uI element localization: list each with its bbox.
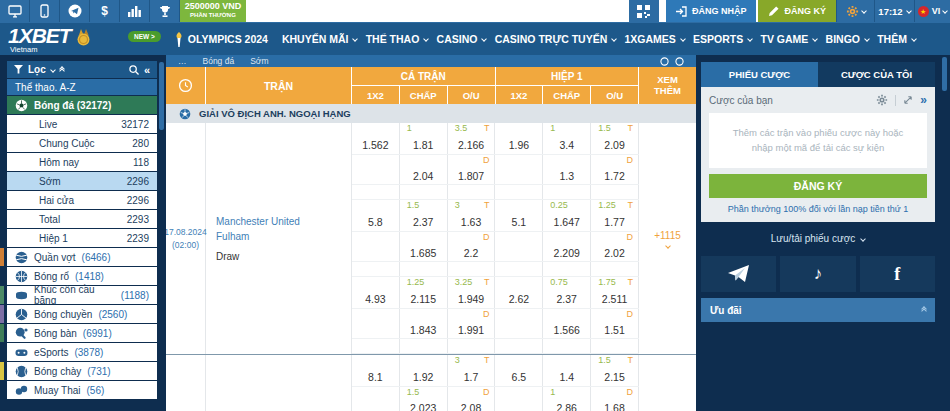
search-icon[interactable] <box>129 65 139 75</box>
qr-code-icon[interactable] <box>629 0 659 22</box>
sidebar-filter-chung-cuoc[interactable]: Chung Cuộc280 <box>7 134 157 152</box>
odds-cell[interactable]: 1.3 <box>543 155 591 184</box>
dollar-icon[interactable]: $ <box>90 0 120 22</box>
nav-item-1xgames[interactable]: 1XGAMES <box>624 33 684 45</box>
sidebar-item-khuc-con-cau-bang[interactable]: Khúc côn cầu băng(1188) <box>7 286 157 304</box>
odds-cell[interactable]: D2.02 <box>591 232 639 261</box>
telegram-link[interactable] <box>701 256 776 292</box>
sidebar-item-bong-ban[interactable]: Bóng bàn(6991) <box>7 324 157 342</box>
page-scrollbar[interactable] <box>935 55 950 411</box>
odds-cell[interactable]: 1.5T2.15 <box>591 355 639 386</box>
filter-label[interactable]: Lọc <box>28 64 46 75</box>
odds-cell[interactable]: 3T1.7 <box>448 355 496 386</box>
breadcrumb-item[interactable]: Sớm <box>250 56 268 66</box>
desktop-icon[interactable] <box>0 0 30 22</box>
language-selector[interactable]: ★ VI <box>914 0 950 22</box>
trophy-icon[interactable] <box>150 0 180 22</box>
odds-cell[interactable]: D2.08 <box>448 387 496 411</box>
breadcrumb-action-icon[interactable] <box>675 57 684 66</box>
nav-item-olympics[interactable]: OLYMPICS 2024 <box>175 32 268 47</box>
save-load-betslip-link[interactable]: Lưu/tải phiếu cược <box>701 233 935 244</box>
sidebar-filter-som[interactable]: Sớm2296 <box>7 172 157 190</box>
odds-cell[interactable]: 2.04 <box>400 155 448 184</box>
betslip-tab-phieu-cuoc[interactable]: PHIẾU CƯỢC <box>701 62 818 87</box>
sidebar-filter-total[interactable]: Total2293 <box>7 210 157 228</box>
sidebar-item-muay-thai[interactable]: Muay Thai(56) <box>7 381 157 399</box>
odds-cell[interactable]: D1.807 <box>448 155 496 184</box>
odds-cell[interactable]: 2.209 <box>543 232 591 261</box>
time-display[interactable]: 17:12 <box>874 0 914 22</box>
nav-item-casino-truc-tuyen[interactable]: CASINO TRỰC TUYẾN <box>495 33 617 45</box>
odds-cell[interactable]: D1.68 <box>591 387 639 411</box>
collapse-panel-icon[interactable]: » <box>920 94 927 106</box>
scrollbar-thumb[interactable] <box>159 62 164 130</box>
tiktok-link[interactable]: ♪ <box>780 256 855 292</box>
mobile-icon[interactable] <box>30 0 60 22</box>
betslip-tab-cuoc-cua-toi[interactable]: CƯỢC CỦA TÔI <box>818 62 935 87</box>
bonus-badge[interactable]: 2500000 VND PHẦN THƯỞNG <box>180 0 246 22</box>
odds-cell[interactable]: D2.2 <box>448 232 496 261</box>
odds-cell[interactable]: 6.5 <box>495 355 543 386</box>
odds-cell[interactable]: 1.4 <box>543 355 591 386</box>
odds-cell[interactable]: 5.1 <box>495 200 543 231</box>
odds-cell[interactable]: 1.52.37 <box>400 200 448 231</box>
sidebar-filter-live[interactable]: Live32172 <box>7 115 157 133</box>
telegram-icon[interactable] <box>60 0 90 22</box>
odds-cell[interactable]: 2.62 <box>495 277 543 308</box>
nav-item-the-thao[interactable]: THỂ THAO <box>366 33 429 45</box>
odds-cell[interactable]: D1.72 <box>591 155 639 184</box>
sidebar-item-bong-ro[interactable]: Bóng rổ(1418) <box>7 267 157 285</box>
odds-cell[interactable]: 1.92 <box>400 355 448 386</box>
scrollbar-thumb[interactable] <box>942 57 947 91</box>
breadcrumb-item[interactable]: … <box>178 56 187 66</box>
odds-cell[interactable]: D1.991 <box>448 309 496 338</box>
filter-funnel-icon[interactable] <box>14 65 23 74</box>
breadcrumb-item[interactable]: Bóng đá <box>203 56 235 66</box>
team-name[interactable]: Manchester United <box>216 215 300 230</box>
odds-cell[interactable]: 3.5T2.166 <box>448 123 496 154</box>
league-row[interactable]: GIẢI VÔ ĐỊCH ANH. NGOẠI HẠNG <box>166 104 696 123</box>
odds-cell[interactable]: 5.8 <box>352 200 400 231</box>
odds-cell[interactable]: 1.96 <box>495 123 543 154</box>
odds-cell[interactable]: 1.566 <box>543 309 591 338</box>
promotions-bar[interactable]: Ưu đãi <box>701 298 935 322</box>
sidebar-az-header[interactable]: Thể thao. A-Z <box>7 79 157 95</box>
odds-cell[interactable]: D1.51 <box>591 309 639 338</box>
odds-cell[interactable]: 8.1 <box>352 355 400 386</box>
odds-cell[interactable]: 1.562 <box>352 123 400 154</box>
nav-item-tv-game[interactable]: TV GAME <box>760 33 817 45</box>
sidebar-item-bong-chay[interactable]: Bóng chày(731) <box>7 362 157 380</box>
odds-cell[interactable]: 0.251.647 <box>543 200 591 231</box>
login-button[interactable]: ĐĂNG NHẬP <box>666 0 757 22</box>
odds-cell[interactable]: 4.93 <box>352 277 400 308</box>
chevron-down-icon[interactable] <box>50 67 56 73</box>
odds-cell[interactable]: 1.5T2.09 <box>591 123 639 154</box>
sidebar-scrollbar[interactable] <box>157 55 166 411</box>
resize-icon[interactable] <box>903 95 913 105</box>
sidebar-item-bong-chuyen[interactable]: Bóng chuyền(2560) <box>7 305 157 323</box>
breadcrumb-action-icon[interactable] <box>660 57 669 66</box>
odds-cell[interactable]: 3.25T1.949 <box>448 277 496 308</box>
odds-cell[interactable]: 1.75T2.511 <box>591 277 639 308</box>
nav-item-bingo[interactable]: BINGO <box>826 33 869 45</box>
odds-cell[interactable]: 13.4 <box>543 123 591 154</box>
odds-cell[interactable]: 1.252.115 <box>400 277 448 308</box>
site-logo[interactable]: 1XBET Vietnam <box>8 23 128 55</box>
register-button[interactable]: ĐĂNG KÝ <box>758 0 836 22</box>
nav-item-esports[interactable]: ESPORTS <box>693 33 752 45</box>
odds-cell[interactable]: 3T1.63 <box>448 200 496 231</box>
odds-cell[interactable]: 12.86 <box>543 387 591 411</box>
betslip-settings-gear-icon[interactable] <box>876 94 888 106</box>
sidebar-filter-hom-nay[interactable]: Hôm nay118 <box>7 153 157 171</box>
more-bets[interactable]: +1115 <box>639 123 696 354</box>
odds-cell[interactable]: 1.685 <box>400 232 448 261</box>
nav-item-khuyen-mai[interactable]: KHUYẾN MÃI <box>282 33 358 45</box>
nav-item-casino[interactable]: CASINO <box>437 33 487 45</box>
settings-menu[interactable] <box>836 0 874 22</box>
sidebar-item-quan-vot[interactable]: Quần vợt(6466) <box>7 248 157 266</box>
sidebar-filter-hai-cua[interactable]: Hai cửa2296 <box>7 191 157 209</box>
odds-cell[interactable]: 1.843 <box>400 309 448 338</box>
more-bets-count[interactable]: +1115 <box>654 230 681 241</box>
collapse-all-icon[interactable] <box>60 68 64 72</box>
odds-cell[interactable]: 1.25T1.77 <box>591 200 639 231</box>
